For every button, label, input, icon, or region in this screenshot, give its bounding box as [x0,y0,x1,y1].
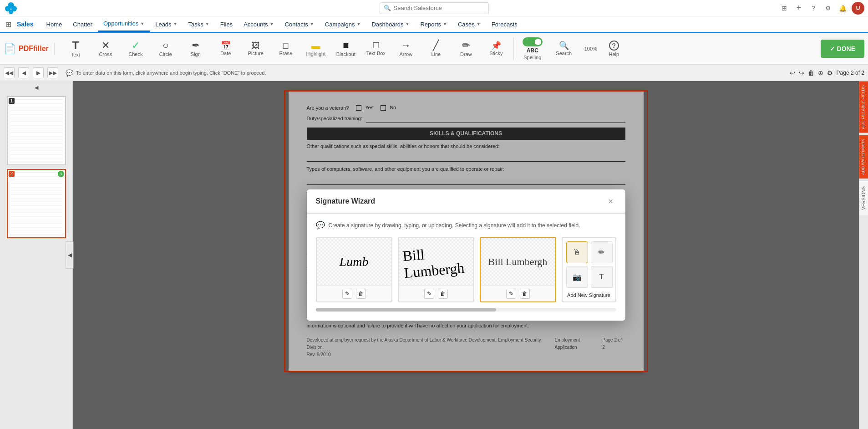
draw-label: Draw [460,51,472,57]
date-label: Date [220,51,231,56]
settings-icon[interactable]: ⚙ [822,3,833,14]
sig-delete-btn-3[interactable]: 🗑 [520,289,530,299]
tool-text[interactable]: T Text [61,35,90,62]
sig-scrollbar-thumb[interactable] [316,308,496,312]
sidebar-tab-watermark[interactable]: ADD WATERMARK [859,135,868,179]
new-sig-camera-icon[interactable]: 📷 [566,266,588,288]
new-sig-type-icon[interactable]: T [591,266,613,288]
nav-hint-text: To enter data on this form, click anywhe… [76,70,266,76]
check-label: Check [128,51,142,57]
tool-circle[interactable]: ○ Circle [151,35,180,62]
sidebar-tab-versions[interactable]: VERSIONS [859,180,868,215]
grid-icon[interactable]: ⊞ [5,16,11,32]
nav-reports[interactable]: Reports ▼ [415,16,452,32]
nav-forward[interactable]: ▶ [33,67,44,78]
nav-dashboards-label: Dashboards [371,21,403,28]
tool-check[interactable]: ✓ Check [121,35,150,62]
delete-btn[interactable]: 🗑 [808,69,814,77]
search-icon: 🔍 [384,5,391,11]
copy-btn[interactable]: ⊕ [818,69,823,77]
nav-contacts[interactable]: Contacts ▼ [279,16,320,32]
nav-cases[interactable]: Cases ▼ [452,16,486,32]
avatar[interactable]: U [852,2,864,15]
tool-line[interactable]: ╱ Line [421,35,451,62]
signature-card-1[interactable]: Lumb ✎ 🗑 [316,237,392,302]
nav-chatter[interactable]: Chatter [67,16,98,32]
tool-spelling[interactable]: ABC Spelling [517,35,548,62]
sig-edit-btn-3[interactable]: ✎ [506,289,516,299]
tool-help[interactable]: ? Help [603,35,625,62]
pdf-nav-bar: ◀◀ ◀ ▶ ▶▶ 💬 To enter data on this form, … [0,65,868,81]
nav-forecasts[interactable]: Forecasts [486,16,523,32]
nav-tasks[interactable]: Tasks ▼ [183,16,215,32]
salesforce-logo [4,1,18,15]
settings-btn[interactable]: ⚙ [827,69,833,77]
search-input[interactable] [394,5,485,11]
page-controls: ↩ ↪ 🗑 ⊕ ⚙ Page 2 of 2 [790,69,864,77]
modal-close-button[interactable]: × [605,196,616,207]
undo-btn[interactable]: ↩ [790,69,795,77]
tool-draw[interactable]: ✏ Draw [452,35,481,62]
signatures-row: Lumb ✎ 🗑 Bill Lumbergh [316,237,616,302]
nav-campaigns[interactable]: Campaigns ▼ [320,16,366,32]
signature-card-2[interactable]: Bill Lumbergh ✎ 🗑 [398,237,474,302]
expand-icon[interactable]: ⊞ [779,3,790,14]
spelling-toggle[interactable] [523,37,543,46]
hint-text: Create a signature by drawing, typing, o… [329,222,580,229]
notifications-icon[interactable]: 🔔 [837,3,848,14]
tool-date[interactable]: 📅 Date [211,35,240,62]
tool-picture[interactable]: 🖼 Picture [241,35,270,62]
sidebar-tab-fillable-fields[interactable]: ADD FILLABLE FIELDS [859,81,868,133]
modal-body: 💬 Create a signature by drawing, typing,… [307,214,625,321]
nav-cases-label: Cases [458,21,475,28]
tool-sticky[interactable]: 📌 Sticky [482,35,511,62]
arrow-icon: → [401,41,411,51]
nav-home[interactable]: Home [41,16,68,32]
help-icon[interactable]: ? [808,3,819,14]
nav-dashboards[interactable]: Dashboards ▼ [366,16,415,32]
app-name: Sales [17,16,34,32]
sig-text-2: Bill Lumbergh [402,242,470,281]
nav-next-page[interactable]: ▶▶ [47,67,58,78]
sig-delete-btn-2[interactable]: 🗑 [438,289,448,299]
tool-highlight[interactable]: ▬ Highlight [301,35,330,62]
opportunities-chevron: ▼ [140,21,144,26]
tool-textbox[interactable]: ☐ Text Box [361,35,391,62]
new-sig-pen-icon[interactable]: ✏ [591,241,613,263]
nav-files[interactable]: Files [215,16,238,32]
tool-arrow[interactable]: → Arrow [391,35,421,62]
thumbnail-1[interactable]: 1 [7,96,66,165]
sig-scrollbar[interactable] [316,308,616,312]
new-sig-draw-icon[interactable]: 🖱 [566,241,588,263]
done-button[interactable]: ✓ DONE [821,40,864,58]
add-icon[interactable]: + [793,3,804,14]
sig-edit-btn-1[interactable]: ✎ [342,289,352,299]
redo-btn[interactable]: ↪ [799,69,804,77]
tool-search[interactable]: 🔍 Search [549,35,579,62]
sig-delete-btn-1[interactable]: 🗑 [356,289,366,299]
tool-zoom[interactable]: 100% [579,35,602,62]
salesforce-search-bar[interactable]: 🔍 [380,2,489,14]
pdf-area[interactable]: Are you a veteran? Yes No Duty/specializ… [73,81,859,429]
hint-chat-icon: 💬 [316,221,325,230]
sig-edit-btn-2[interactable]: ✎ [424,289,434,299]
signature-wizard-modal: Signature Wizard × 💬 Create a signature … [307,189,625,321]
date-icon: 📅 [221,41,231,50]
tool-sign[interactable]: ✒ Sign [181,35,210,62]
nav-leads[interactable]: Leads ▼ [150,16,183,32]
salesforce-navbar: ⊞ Sales Home Chatter Opportunities ▼ Lea… [0,16,868,33]
signature-card-3[interactable]: Bill Lumbergh ✎ 🗑 [480,237,556,302]
salesforce-topbar: 🔍 ⊞ + ? ⚙ 🔔 U [0,0,868,16]
nav-prev-page[interactable]: ◀◀ [4,67,15,78]
thumbnail-2[interactable]: 2 3 [7,169,66,238]
pdf-logo-icon: 📄 [4,43,16,55]
add-signature-panel[interactable]: 🖱 ✏ 📷 T Add New Signature [562,237,616,302]
tool-cross[interactable]: ✕ Cross [91,35,120,62]
nav-back[interactable]: ◀ [18,67,29,78]
help-label: Help [609,51,619,57]
nav-accounts[interactable]: Accounts ▼ [238,16,279,32]
nav-forecasts-label: Forecasts [492,21,518,28]
nav-opportunities[interactable]: Opportunities ▼ [98,16,150,32]
tool-erase[interactable]: ◻ Erase [271,35,300,62]
tool-blackout[interactable]: ■ Blackout [331,35,360,62]
